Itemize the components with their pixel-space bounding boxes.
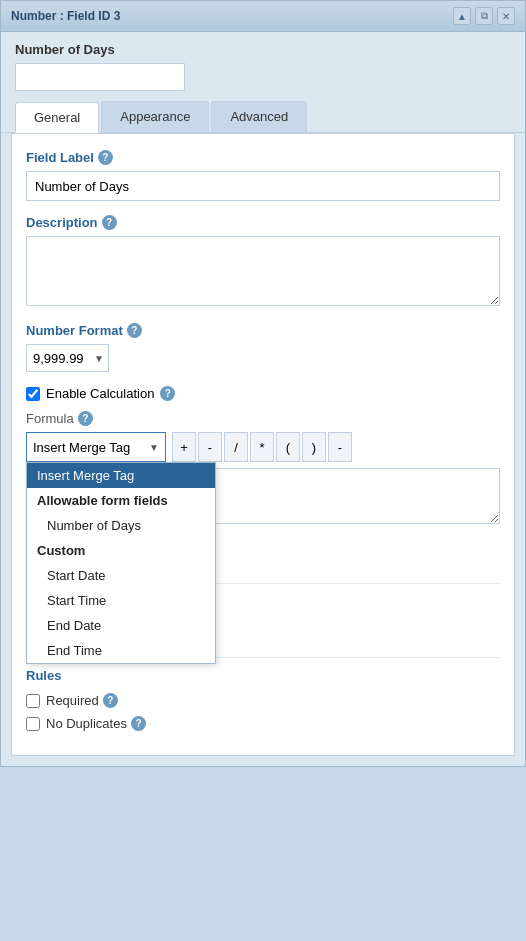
field-name-area: Number of Days xyxy=(1,32,525,97)
dropdown-item-number-of-days[interactable]: Number of Days xyxy=(27,513,215,538)
collapse-button[interactable]: ▲ xyxy=(453,7,471,25)
formula-label: Formula ? xyxy=(26,411,500,426)
close-icon: ✕ xyxy=(502,11,510,22)
copy-button[interactable]: ⧉ xyxy=(475,7,493,25)
tab-appearance[interactable]: Appearance xyxy=(101,101,209,132)
description-section: Description ? xyxy=(26,215,500,309)
window-title: Number : Field ID 3 xyxy=(11,9,120,23)
field-label-help-icon[interactable]: ? xyxy=(98,150,113,165)
dropdown-item-end-date[interactable]: End Date xyxy=(27,613,215,638)
rules-section: Rules Required ? No Duplicates ? xyxy=(26,668,500,731)
op-negative-button[interactable]: - xyxy=(328,432,352,462)
dropdown-item-start-date[interactable]: Start Date xyxy=(27,563,215,588)
dropdown-item-end-time[interactable]: End Time xyxy=(27,638,215,663)
formula-help-icon[interactable]: ? xyxy=(78,411,93,426)
field-label-input[interactable] xyxy=(26,171,500,201)
field-label-heading: Field Label ? xyxy=(26,150,500,165)
no-duplicates-checkbox[interactable] xyxy=(26,717,40,731)
no-duplicates-row: No Duplicates ? xyxy=(26,716,500,731)
field-name-label: Number of Days xyxy=(15,42,511,57)
number-format-section: Number Format ? 9,999.99 9.999,99 9999.9… xyxy=(26,323,500,372)
title-bar: Number : Field ID 3 ▲ ⧉ ✕ xyxy=(1,1,525,32)
field-label-section: Field Label ? xyxy=(26,150,500,201)
merge-tag-dropdown: Insert Merge Tag Allowable form fields N… xyxy=(26,462,216,664)
enable-calculation-label: Enable Calculation xyxy=(46,386,154,401)
required-help-icon[interactable]: ? xyxy=(103,693,118,708)
tabs-bar: General Appearance Advanced xyxy=(1,101,525,133)
copy-icon: ⧉ xyxy=(481,10,488,22)
no-duplicates-help-icon[interactable]: ? xyxy=(131,716,146,731)
op-plus-button[interactable]: + xyxy=(172,432,196,462)
number-format-select-wrap: 9,999.99 9.999,99 9999.99 9999,99 ▼ xyxy=(26,344,109,372)
required-row: Required ? xyxy=(26,693,500,708)
dropdown-group-allowable: Allowable form fields xyxy=(27,488,215,513)
merge-tag-chevron-icon: ▼ xyxy=(149,442,159,453)
required-checkbox[interactable] xyxy=(26,694,40,708)
enable-calculation-row: Enable Calculation ? xyxy=(26,386,500,401)
dropdown-item-insert-merge-tag[interactable]: Insert Merge Tag xyxy=(27,463,215,488)
title-bar-left: Number : Field ID 3 xyxy=(11,9,120,23)
description-textarea[interactable] xyxy=(26,236,500,306)
description-heading: Description ? xyxy=(26,215,500,230)
formula-row: Insert Merge Tag ▼ Insert Merge Tag Allo… xyxy=(26,432,500,462)
dropdown-group-custom: Custom xyxy=(27,538,215,563)
enable-calculation-help-icon[interactable]: ? xyxy=(160,386,175,401)
number-format-help-icon[interactable]: ? xyxy=(127,323,142,338)
description-help-icon[interactable]: ? xyxy=(102,215,117,230)
merge-tag-button[interactable]: Insert Merge Tag ▼ xyxy=(26,432,166,462)
merge-tag-wrap: Insert Merge Tag ▼ Insert Merge Tag Allo… xyxy=(26,432,166,462)
op-multiply-button[interactable]: * xyxy=(250,432,274,462)
collapse-icon: ▲ xyxy=(457,11,467,22)
required-label: Required ? xyxy=(46,693,118,708)
tab-advanced[interactable]: Advanced xyxy=(211,101,307,132)
dropdown-item-start-time[interactable]: Start Time xyxy=(27,588,215,613)
enable-calculation-checkbox[interactable] xyxy=(26,387,40,401)
no-duplicates-label: No Duplicates ? xyxy=(46,716,146,731)
tab-general[interactable]: General xyxy=(15,102,99,133)
main-window: Number : Field ID 3 ▲ ⧉ ✕ Number of Days… xyxy=(0,0,526,767)
main-content: Field Label ? Description ? Number Forma… xyxy=(11,133,515,756)
op-minus-button[interactable]: - xyxy=(198,432,222,462)
op-open-paren-button[interactable]: ( xyxy=(276,432,300,462)
number-format-heading: Number Format ? xyxy=(26,323,500,338)
close-button[interactable]: ✕ xyxy=(497,7,515,25)
title-bar-controls: ▲ ⧉ ✕ xyxy=(453,7,515,25)
op-close-paren-button[interactable]: ) xyxy=(302,432,326,462)
formula-section: Formula ? Insert Merge Tag ▼ Insert Merg… xyxy=(26,411,500,527)
field-name-input[interactable] xyxy=(15,63,185,91)
op-divide-button[interactable]: / xyxy=(224,432,248,462)
number-format-select[interactable]: 9,999.99 9.999,99 9999.99 9999,99 xyxy=(33,351,102,366)
rules-title: Rules xyxy=(26,668,500,683)
operator-buttons: + - / * ( ) - xyxy=(172,432,352,462)
